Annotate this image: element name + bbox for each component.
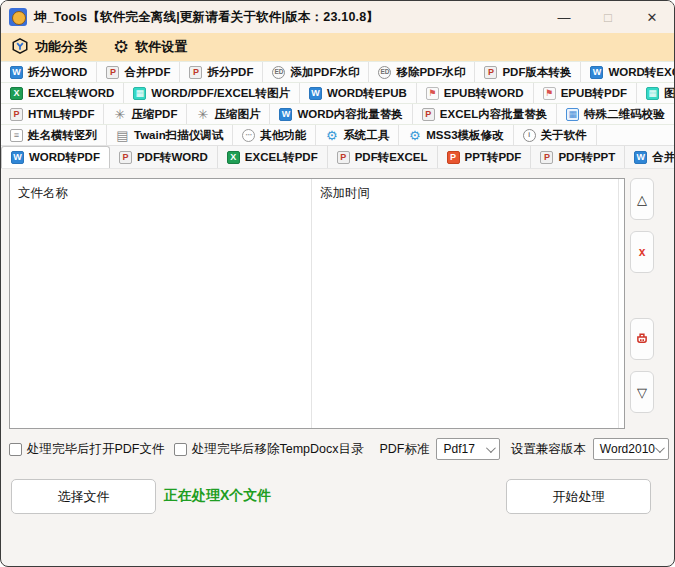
toolbar-button-label: EXCEL转WORD [28, 86, 114, 101]
tab-button[interactable]: XEXCEL转PDF [218, 146, 328, 168]
tab-button[interactable]: PPDF转EXCEL [328, 146, 438, 168]
pdf-icon: P [484, 66, 497, 79]
hexagon-y-icon [11, 37, 29, 58]
word-icon: W [634, 151, 647, 164]
toolbar-button-label: WORD转EXCEL [608, 65, 675, 80]
toolbar-button[interactable]: ✳压缩图片 [187, 104, 270, 124]
toolbar-row: W拆分WORDP合并PDFP拆分PDFED添加PDF水印ED移除PDF水印PPD… [1, 61, 674, 82]
clear-brush-icon [633, 329, 651, 350]
toolbar-button[interactable]: ⚑EPUB转WORD [417, 83, 534, 103]
triangle-up-icon: △ [637, 192, 647, 207]
toolbar-button[interactable]: ▤Twain扫描仪调试 [107, 125, 233, 145]
info-icon: i [523, 129, 536, 142]
word-icon: W [590, 66, 603, 79]
scanner-icon: ▤ [116, 129, 129, 142]
toolbar-button[interactable]: PPDF版本转换 [475, 62, 581, 82]
toolbar-button[interactable]: ED移除PDF水印 [369, 62, 475, 82]
toolbar-button-label: WORD内容批量替换 [297, 107, 402, 122]
toolbar-button[interactable]: ⚙MSS3模板修改 [399, 125, 513, 145]
pdf-icon: P [119, 151, 132, 164]
open-pdf-checkbox[interactable] [9, 443, 22, 456]
stamp-icon: ED [272, 66, 285, 79]
column-add-time: 添加时间 [312, 179, 619, 428]
tab-button[interactable]: PPPT转PDF [438, 146, 532, 168]
compress-icon: ✳ [113, 108, 126, 121]
toolbar-button-label: 关于软件 [541, 128, 587, 143]
toolbar-button[interactable]: PHTML转PDF [1, 104, 104, 124]
minimize-button[interactable]: — [542, 1, 586, 33]
toolbar-button-label: 添加PDF水印 [290, 65, 359, 80]
excel-icon: X [10, 87, 23, 100]
toolbar-button[interactable]: ✳压缩PDF [104, 104, 187, 124]
toolbar-row: ≡姓名横转竖列▤Twain扫描仪调试⋯其他功能⚙系统工具⚙MSS3模板修改i关于… [1, 124, 674, 145]
tab-button[interactable]: PPDF转PPT [531, 146, 625, 168]
toolbar-button[interactable]: ≡姓名横转竖列 [1, 125, 107, 145]
menu-item-label: 软件设置 [135, 38, 187, 56]
compat-version-select[interactable]: Word2010 [593, 438, 669, 460]
select-files-button[interactable]: 选择文件 [11, 479, 156, 514]
toolbar: W拆分WORDP合并PDFP拆分PDFED添加PDF水印ED移除PDF水印PPD… [1, 61, 674, 169]
word-icon: W [279, 108, 292, 121]
gear-blue-icon: ⚙ [408, 129, 421, 142]
start-processing-button[interactable]: 开始处理 [506, 479, 651, 514]
word-icon: W [309, 87, 322, 100]
tab-button[interactable]: PPDF转WORD [110, 146, 218, 168]
toolbar-button[interactable]: ▦特殊二维码校验 [557, 104, 675, 124]
maximize-button[interactable]: □ [586, 1, 630, 33]
window-controls: — □ ✕ [542, 1, 674, 33]
toolbar-button[interactable]: i关于软件 [514, 125, 597, 145]
pdf-icon: P [422, 108, 435, 121]
epub-icon: ⚑ [426, 87, 439, 100]
close-button[interactable]: ✕ [630, 1, 674, 33]
column-convert-status: 转 [619, 179, 624, 428]
move-down-button[interactable]: ▽ [630, 371, 654, 413]
tab-button[interactable]: W合并WORD [625, 146, 675, 168]
toolbar-button[interactable]: ▦图片转PDF [637, 83, 675, 103]
clear-list-button[interactable] [630, 318, 654, 360]
toolbar-button[interactable]: XEXCEL转WORD [1, 83, 124, 103]
more-icon: ⋯ [242, 129, 255, 142]
toolbar-button-label: 移除PDF水印 [396, 65, 465, 80]
remove-file-button[interactable]: x [630, 231, 654, 273]
qr-icon: ▦ [566, 108, 579, 121]
pdf-standard-label: PDF标准 [379, 441, 429, 458]
column-header-convert-status[interactable]: 转 [619, 179, 624, 202]
remove-tempdocx-checkbox[interactable] [174, 443, 187, 456]
toolbar-button[interactable]: P合并PDF [97, 62, 180, 82]
remove-tempdocx-checkbox-label: 处理完毕后移除TempDocx目录 [192, 441, 364, 458]
toolbar-button[interactable]: ED添加PDF水印 [263, 62, 369, 82]
pdf-icon: P [337, 151, 350, 164]
pdf-standard-select[interactable]: Pdf17 [436, 438, 500, 460]
stamp-icon: ED [378, 66, 391, 79]
menu-item-software-settings[interactable]: ⚙ 软件设置 [113, 38, 187, 56]
column-header-add-time[interactable]: 添加时间 [312, 179, 618, 202]
toolbar-button-label: 特殊二维码校验 [584, 107, 665, 122]
toolbar-button-label: PPT转PDF [465, 150, 522, 165]
toolbar-button[interactable]: P拆分PDF [180, 62, 263, 82]
pdf-icon: P [189, 66, 202, 79]
toolbar-button[interactable]: WWORD内容批量替换 [270, 104, 412, 124]
toolbar-button[interactable]: ▦WORD/PDF/EXCEL转图片 [124, 83, 300, 103]
toolbar-button[interactable]: ⚑EPUB转PDF [534, 83, 637, 103]
toolbar-button[interactable]: W拆分WORD [1, 62, 97, 82]
move-up-button[interactable]: △ [630, 178, 654, 220]
column-header-file-name[interactable]: 文件名称 [10, 179, 311, 202]
toolbar-button[interactable]: WWORD转EXCEL [581, 62, 675, 82]
epub-icon: ⚑ [543, 87, 556, 100]
app-window: 坤_Tools【软件完全离线|更新请看关于软件|版本：23.10.8】 — □ … [0, 0, 675, 567]
menu-item-function-categories[interactable]: 功能分类 [11, 37, 87, 58]
open-pdf-checkbox-label: 处理完毕后打开PDF文件 [27, 441, 165, 458]
image-icon: ▦ [646, 87, 659, 100]
tab-button[interactable]: WWORD转PDF [1, 146, 110, 168]
toolbar-button-label: Twain扫描仪调试 [134, 128, 223, 143]
remove-x-icon: x [639, 245, 646, 259]
compat-version-value: Word2010 [600, 442, 655, 456]
chevron-down-icon [655, 443, 665, 453]
toolbar-button[interactable]: WWORD转EPUB [300, 83, 417, 103]
toolbar-button[interactable]: ⚙系统工具 [316, 125, 399, 145]
compress-icon: ✳ [196, 108, 209, 121]
toolbar-button-label: 系统工具 [343, 128, 389, 143]
toolbar-button[interactable]: ⋯其他功能 [233, 125, 316, 145]
toolbar-button-label: 压缩图片 [214, 107, 260, 122]
toolbar-button[interactable]: PEXCEL内容批量替换 [413, 104, 557, 124]
